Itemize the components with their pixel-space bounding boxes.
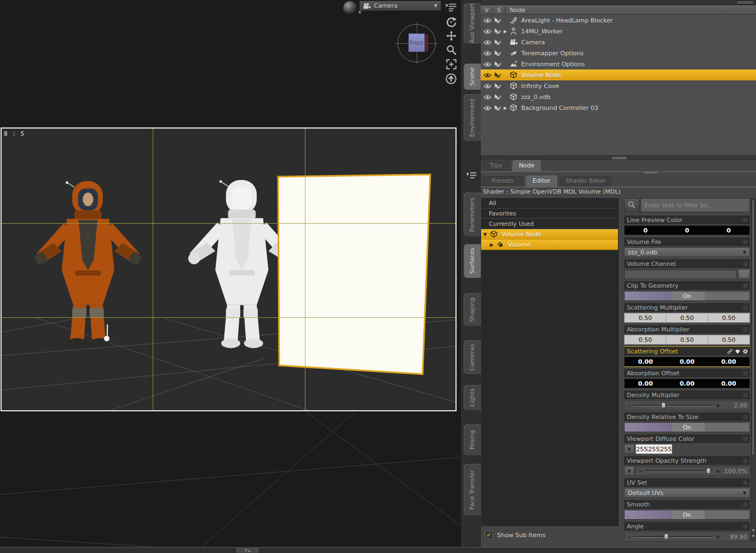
value-cell[interactable]: 0.00 — [708, 358, 749, 365]
property-header[interactable]: Angle — [624, 522, 750, 531]
slider-value[interactable]: 89.90 — [722, 533, 747, 540]
toggle-switch[interactable]: On — [624, 510, 750, 520]
scrollbar-thumb[interactable] — [752, 200, 755, 456]
scene-node-row[interactable]: zzz_0.vdb — [481, 91, 756, 102]
value-cell[interactable]: 0.50 — [625, 336, 666, 344]
slider-thumb[interactable] — [661, 402, 666, 409]
selectable-cursor-icon[interactable] — [494, 72, 503, 79]
slider-decrement-button[interactable]: - — [627, 533, 631, 540]
view-cube-front-face[interactable]: Front — [408, 33, 425, 52]
selectable-cursor-icon[interactable] — [494, 28, 503, 35]
tab-node[interactable]: Node — [512, 160, 541, 171]
rgb-value-field[interactable]: 000 — [624, 225, 750, 235]
pan-icon[interactable] — [443, 29, 459, 43]
visibility-eye-icon[interactable] — [483, 18, 492, 24]
side-tab-scene[interactable]: Scene — [464, 63, 481, 90]
slider-increment-button[interactable]: + — [715, 468, 720, 475]
selectable-cursor-icon[interactable] — [494, 39, 503, 46]
surface-group-row[interactable]: All — [481, 198, 618, 208]
slider-decrement-button[interactable]: - — [638, 468, 643, 475]
splitter-grip[interactable] — [612, 157, 626, 159]
value-cell[interactable]: 0.00 — [666, 358, 708, 365]
column-header-selectable[interactable]: S — [493, 7, 505, 14]
side-tab-aux-viewport[interactable]: Aux Viewport — [464, 3, 481, 44]
selectable-cursor-icon[interactable] — [494, 83, 503, 90]
property-header[interactable]: Volume File — [624, 237, 750, 246]
pane-splitter[interactable] — [481, 155, 756, 160]
frame-view-icon[interactable] — [443, 57, 459, 71]
side-tab-cameras[interactable]: Cameras — [464, 340, 481, 374]
rgb-value-field[interactable]: 0.000.000.00 — [624, 357, 750, 366]
side-tab-posing[interactable]: Posing — [464, 424, 481, 455]
property-header[interactable]: Smooth — [624, 500, 750, 509]
slider-increment-button[interactable]: + — [715, 402, 720, 409]
column-header-visible[interactable]: V — [481, 7, 493, 14]
value-cell[interactable]: 0 — [625, 227, 666, 234]
slider-decrement-button[interactable]: - — [627, 402, 631, 409]
scene-node-row[interactable]: Environment Options — [481, 59, 756, 69]
scene-node-row[interactable]: Camera — [481, 37, 756, 48]
property-header[interactable]: Absorption Multiplier — [624, 325, 750, 334]
toggle-switch[interactable]: On — [624, 422, 750, 432]
rgb-value-field[interactable]: 255255255 — [636, 444, 672, 454]
side-tab-lights[interactable]: Lights — [464, 385, 481, 410]
collapsed-arrow-icon[interactable]: ▶ — [490, 242, 497, 247]
property-header[interactable]: Scattering Multiplier — [624, 303, 750, 312]
property-header[interactable]: Viewport Diffuse Color — [624, 434, 750, 443]
dropdown-select[interactable]: Default UVs▼ — [624, 488, 750, 498]
value-cell[interactable]: 0.00 — [666, 380, 708, 387]
selectable-cursor-icon[interactable] — [494, 50, 503, 57]
scene-node-row[interactable]: Volume Node — [481, 69, 756, 80]
property-header[interactable]: Absorption Offset — [624, 369, 750, 377]
value-cell[interactable]: 0.00 — [708, 380, 749, 387]
splitter-grip-small[interactable] — [645, 172, 667, 174]
viewport-3d[interactable]: 8 : 5 ▼ Camera ▼ Front — [0, 0, 461, 547]
property-header[interactable]: Viewport Opacity Strength — [624, 456, 750, 465]
slider-control[interactable]: -+89.90 — [624, 532, 750, 542]
orbit-rotate-icon[interactable] — [443, 15, 459, 28]
slider-track[interactable] — [645, 468, 713, 474]
splitter-grip[interactable]: ▼▲ — [236, 548, 258, 552]
value-cell[interactable]: 0 — [666, 227, 708, 234]
slider-value[interactable]: 2.00 — [722, 402, 747, 409]
value-cell[interactable]: 0.00 — [625, 380, 666, 387]
rgb-value-field[interactable]: 0.000.000.00 — [624, 379, 750, 388]
scrollbar-thumb[interactable] — [736, 1, 754, 4]
value-cell[interactable]: 0 — [708, 227, 749, 234]
zoom-magnifier-icon[interactable] — [443, 43, 459, 57]
value-cell[interactable]: 0.50 — [708, 336, 749, 344]
property-header[interactable]: UV Set — [624, 478, 750, 487]
visibility-eye-icon[interactable] — [483, 61, 492, 67]
visibility-eye-icon[interactable] — [483, 50, 492, 56]
properties-scrollbar[interactable]: ▲ ▼ — [751, 198, 755, 542]
pane-options-icon[interactable] — [465, 168, 479, 184]
view-navigation-cube[interactable]: Front — [395, 22, 438, 65]
show-sub-items-checkbox[interactable]: ✓ — [485, 531, 493, 539]
slider-control[interactable]: -+100.0% — [636, 466, 750, 476]
triple-value-field[interactable]: 0.500.500.50 — [624, 335, 750, 345]
slider-track[interactable] — [633, 533, 713, 540]
value-cell[interactable]: 0.00 — [625, 358, 666, 365]
scene-node-row[interactable]: Infinity Cove — [481, 80, 756, 91]
bottom-splitter-bar[interactable]: ▼▲ — [0, 547, 756, 553]
pane-menu-icon[interactable] — [443, 1, 459, 14]
tab-presets[interactable]: Presets — [482, 175, 523, 187]
side-tab-shaping[interactable]: Shaping — [464, 293, 481, 326]
visibility-eye-icon[interactable] — [483, 83, 492, 89]
visibility-eye-icon[interactable] — [483, 28, 492, 34]
triple-value-field[interactable]: 0.500.500.50 — [624, 313, 750, 323]
value-cell[interactable]: 0.50 — [625, 315, 666, 322]
selectable-cursor-icon[interactable] — [494, 61, 503, 68]
expand-dropdown-button[interactable]: ▼ — [624, 444, 634, 454]
filter-input[interactable] — [640, 198, 750, 212]
visibility-eye-icon[interactable] — [483, 105, 492, 111]
slider-value[interactable]: 100.0% — [722, 468, 747, 475]
tab-tips[interactable]: Tips — [482, 160, 510, 171]
text-field[interactable] — [624, 269, 737, 279]
scrollbar-down-icon[interactable]: ▼ — [752, 533, 755, 539]
slider-track[interactable] — [633, 402, 713, 409]
visibility-eye-icon[interactable] — [483, 72, 492, 78]
value-cell[interactable]: 255 — [636, 446, 648, 453]
property-header[interactable]: Volume Channel — [624, 259, 750, 268]
side-tab-environment[interactable]: Environment — [464, 94, 481, 141]
